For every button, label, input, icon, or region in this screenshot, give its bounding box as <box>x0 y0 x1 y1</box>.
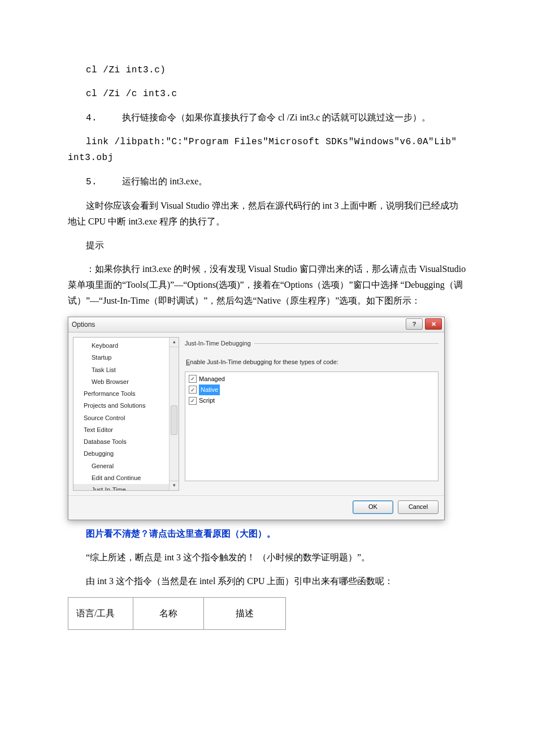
result-paragraph: 这时你应该会看到 Visual Studio 弹出来，然后在源代码行的 int … <box>68 198 466 230</box>
section-header-text: Just-In-Time Debugging <box>185 338 251 349</box>
tree-item[interactable]: Text Editor <box>73 424 179 436</box>
tree-scrollbar[interactable]: ▴ ▾ <box>169 338 179 490</box>
checkbox[interactable]: ✓ <box>189 397 197 405</box>
tree-item[interactable]: Startup <box>73 352 179 364</box>
step-4-number: 4. <box>86 113 97 123</box>
options-tree[interactable]: KeyboardStartupTask ListWeb BrowserPerfo… <box>73 337 179 491</box>
options-dialog: Options ? ✕ KeyboardStartupTask ListWeb … <box>68 317 445 520</box>
enable-label: Enable Just-In-Time debugging for these … <box>184 353 440 370</box>
tree-item[interactable]: Database Tools <box>73 436 179 448</box>
tree-item[interactable]: Debugging <box>73 448 179 460</box>
tree-item[interactable]: Performance Tools <box>73 388 179 400</box>
scroll-down-icon[interactable]: ▾ <box>170 481 179 490</box>
table-header-name: 名称 <box>133 598 204 630</box>
dialog-body: KeyboardStartupTask ListWeb BrowserPerfo… <box>68 332 444 495</box>
tree-item[interactable]: Task List <box>73 364 179 376</box>
step-5-number: 5. <box>86 177 97 187</box>
help-icon: ? <box>413 321 416 327</box>
functions-table: 语言/工具 名称 描述 <box>68 597 286 630</box>
checkbox[interactable]: ✓ <box>189 386 197 394</box>
tree-item[interactable]: Projects and Solutions <box>73 400 179 412</box>
tree-item[interactable]: Edit and Continue <box>73 472 179 484</box>
jit-panel: Just-In-Time Debugging Enable Just-In-Ti… <box>184 337 440 491</box>
close-icon: ✕ <box>431 321 436 327</box>
conclusion-paragraph: “综上所述，断点是 int 3 这个指令触发的！ （小时候的数学证明题）”。 <box>68 550 466 565</box>
step-5-text: 运行输出的 int3.exe。 <box>122 176 207 186</box>
enable-label-rest: nable Just-In-Time debugging for these t… <box>190 358 338 365</box>
code-types-list[interactable]: ✓Managed✓Native✓Script <box>185 371 439 481</box>
dialog-title: Options <box>72 319 95 331</box>
scroll-thumb[interactable] <box>171 405 177 435</box>
tree-item[interactable]: Keyboard <box>73 340 179 352</box>
dialog-titlebar[interactable]: Options ? ✕ <box>68 317 444 332</box>
tip-body: ：如果你执行 int3.exe 的时候，没有发现 Visual Studio 窗… <box>68 261 466 309</box>
ok-button[interactable]: OK <box>353 500 393 514</box>
section-header-line <box>254 343 439 344</box>
table-row: 语言/工具 名称 描述 <box>68 598 286 630</box>
tree-item[interactable]: Just-In-Time <box>73 484 179 491</box>
table-header-desc: 描述 <box>204 598 286 630</box>
checkbox[interactable]: ✓ <box>189 375 197 383</box>
code-line-2: cl /Zi /c int3.c <box>68 86 466 102</box>
title-buttons: ? ✕ <box>406 318 442 330</box>
step-4: 4. 执行链接命令（如果你直接执行了命令 cl /Zi int3.c 的话就可以… <box>68 110 466 126</box>
code-type-label: Script <box>199 395 215 406</box>
derived-paragraph: 由 int 3 这个指令（当然是在 intel 系列的 CPU 上面）引申出来有… <box>68 573 466 589</box>
close-button[interactable]: ✕ <box>425 318 442 330</box>
link-command: link /libpath:"C:"Program Files"Microsof… <box>68 134 466 166</box>
cancel-button[interactable]: Cancel <box>398 500 439 514</box>
table-header-lang: 语言/工具 <box>68 598 133 630</box>
tip-label: 提示 <box>68 237 466 253</box>
section-header: Just-In-Time Debugging <box>184 337 440 353</box>
code-type-item[interactable]: ✓Native <box>187 385 436 395</box>
step-5: 5. 运行输出的 int3.exe。 <box>68 174 466 190</box>
view-original-image-link[interactable]: 图片看不清楚？请点击这里查看原图（大图）。 <box>68 526 466 542</box>
tree-item[interactable]: Web Browser <box>73 376 179 388</box>
code-line-1: cl /Zi int3.c) <box>68 62 466 78</box>
step-4-text: 执行链接命令（如果你直接执行了命令 cl /Zi int3.c 的话就可以跳过这… <box>122 113 431 122</box>
tree-item[interactable]: General <box>73 460 179 472</box>
code-type-item[interactable]: ✓Managed <box>187 374 436 385</box>
document-page: cl /Zi int3.c) cl /Zi /c int3.c 4. 执行链接命… <box>0 0 534 675</box>
code-type-label: Managed <box>199 374 225 385</box>
code-type-label: Native <box>199 385 220 395</box>
scroll-up-icon[interactable]: ▴ <box>170 338 179 347</box>
code-type-item[interactable]: ✓Script <box>187 395 436 406</box>
help-button[interactable]: ? <box>406 318 423 330</box>
dialog-footer: OK Cancel <box>68 495 444 520</box>
tree-item[interactable]: Source Control <box>73 412 179 424</box>
